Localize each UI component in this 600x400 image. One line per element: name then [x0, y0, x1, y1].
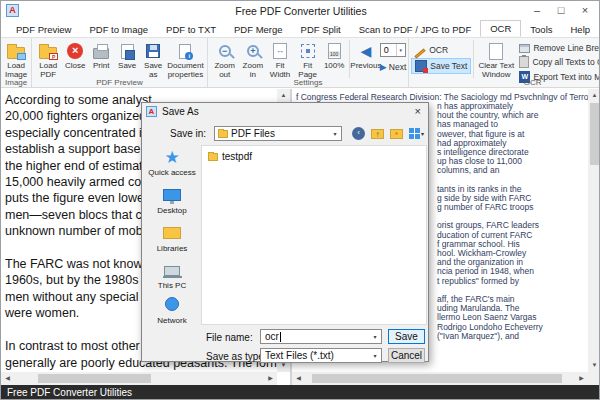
tab-pdf-preview[interactable]: PDF Preview [7, 22, 80, 37]
title-bar: A Free PDF Converter Utilities – □ × [1, 1, 600, 21]
sidebar-item-network[interactable]: Network [145, 297, 199, 325]
right-horizontal-scrollbar[interactable]: ◀ ▶ [292, 372, 588, 385]
file-name-label: File name: [206, 332, 253, 343]
zoom-in-button[interactable]: + Zoom in [240, 40, 266, 80]
load-image-button[interactable]: Load Image [3, 40, 29, 80]
ocr-button[interactable]: OCR [411, 43, 471, 56]
ribbon-tab-bar: PDF Preview PDF to Image PDF to TXT PDF … [7, 21, 600, 37]
status-bar: Free PDF Converter Utilities [1, 385, 600, 400]
tab-pdf-to-image[interactable]: PDF to Image [80, 22, 157, 37]
close-icon[interactable]: × [573, 1, 597, 21]
view-menu-icon [409, 128, 420, 139]
cancel-button[interactable]: Cancel [388, 348, 425, 363]
save-button[interactable]: Save [388, 329, 425, 344]
dialog-title: Save As [162, 106, 199, 117]
chevron-down-icon: ▾ [421, 130, 424, 137]
tab-tools[interactable]: Tools [521, 22, 561, 37]
save-as-type-label: Save as type: [206, 351, 267, 362]
document-properties-icon [179, 44, 191, 59]
ribbon-group-ocr: OCR Save Text Clear Text Window Remove L… [409, 38, 600, 87]
save-as-type-combo[interactable]: Text Files (*.txt) ▾ [260, 348, 382, 363]
new-folder-icon[interactable]: * [390, 129, 403, 139]
save-in-combo[interactable]: PDF Files ▾ [214, 126, 342, 141]
tab-help[interactable]: Help [562, 22, 600, 37]
this-pc-icon [164, 266, 180, 276]
up-one-level-icon[interactable]: ↑ [371, 129, 384, 139]
file-list[interactable]: testpdf [201, 145, 427, 325]
left-horizontal-scrollbar[interactable]: ◀ ▶ [1, 372, 277, 385]
clear-text-icon [489, 43, 503, 60]
scroll-right-icon[interactable]: ▶ [575, 372, 588, 385]
save-in-label: Save in: [170, 128, 206, 139]
save-icon [121, 44, 134, 59]
file-name-input[interactable]: ocr ▾ [260, 329, 382, 344]
chevron-down-icon[interactable]: ▾ [369, 333, 381, 340]
dialog-close-icon[interactable]: × [415, 105, 421, 117]
chevron-down-icon[interactable]: ▾ [329, 130, 341, 137]
ribbon: Load Image Image P Load PDF × Close Prin… [1, 37, 600, 88]
clear-text-window-button[interactable]: Clear Text Window [476, 40, 516, 80]
scroll-left-icon[interactable]: ◀ [1, 372, 14, 385]
scroll-down-icon[interactable]: ▼ [588, 359, 600, 372]
tab-pdf-to-txt[interactable]: PDF to TXT [157, 22, 225, 37]
remove-line-breaks-button[interactable]: Remove Line Breaks [516, 42, 600, 54]
zoom-100-button[interactable]: 100% [321, 40, 347, 72]
sidebar-item-quick-access[interactable]: ★ Quick access [145, 149, 199, 177]
fit-width-icon: ↔ [273, 43, 287, 59]
tab-pdf-split[interactable]: PDF Split [292, 22, 350, 37]
save-button[interactable]: Save [114, 40, 140, 72]
printer-icon [93, 48, 109, 59]
page-number-spinner[interactable]: 0 ▾ [380, 43, 406, 57]
load-image-icon [7, 47, 25, 59]
ocr-pen-icon [415, 48, 426, 58]
dialog-app-icon: A [146, 106, 157, 117]
ribbon-group-pdf-preview: P Load PDF × Close Print Save Save as [32, 38, 207, 87]
zoom-out-icon: − [219, 45, 231, 57]
scroll-left-icon[interactable]: ◀ [292, 372, 305, 385]
load-pdf-button[interactable]: P Load PDF [34, 40, 62, 80]
clipboard-icon [519, 56, 529, 68]
tab-scan-to-pdf[interactable]: Scan to PDF / JPG to PDF [350, 22, 480, 37]
spinner-dropdown-icon[interactable]: ▾ [396, 44, 405, 56]
view-menu-button[interactable]: ▾ [409, 128, 424, 139]
right-vertical-scrollbar[interactable]: ▲ ▼ [588, 89, 600, 372]
chevron-down-icon[interactable]: ▾ [369, 352, 381, 359]
tab-ocr[interactable]: OCR [480, 20, 521, 37]
maximize-icon[interactable]: □ [549, 1, 573, 21]
minimize-icon[interactable]: – [525, 1, 549, 21]
tab-pdf-merge[interactable]: PDF Merge [225, 22, 292, 37]
star-icon: ★ [164, 148, 179, 167]
save-as-dialog: A Save As × Save in: PDF Files ▾ ‹ ↑ * ▾ [141, 102, 429, 362]
save-as-icon [146, 44, 160, 58]
scroll-up-icon[interactable]: ▲ [277, 89, 290, 102]
sidebar-item-desktop[interactable]: Desktop [145, 187, 199, 215]
scroll-up-icon[interactable]: ▲ [588, 89, 600, 102]
save-as-button[interactable]: Save as [140, 40, 166, 80]
file-item-testpdf[interactable]: testpdf [208, 151, 420, 162]
fit-width-button[interactable]: ↔ Fit Width [266, 40, 294, 80]
previous-page-button[interactable]: ◀ Previous [352, 40, 380, 72]
save-text-button[interactable]: Save Text [411, 58, 471, 74]
zoom-in-icon: + [247, 45, 259, 57]
print-button[interactable]: Print [88, 40, 114, 72]
places-sidebar: ★ Quick access Desktop Libraries This PC [145, 145, 199, 325]
text-cursor [280, 332, 281, 342]
document-properties-button[interactable]: Document properties [166, 40, 205, 80]
zoom-out-button[interactable]: − Zoom out [210, 40, 240, 80]
ocr-text-line: g number of FARC troops [437, 203, 543, 212]
dialog-title-bar[interactable]: A Save As × [142, 103, 428, 121]
close-button[interactable]: × Close [62, 40, 88, 72]
back-icon[interactable]: ‹ [352, 127, 365, 140]
copy-all-texts-button[interactable]: Copy all Texts to Clipboard [516, 55, 600, 69]
next-page-button[interactable]: ▶ Next [380, 62, 406, 72]
ribbon-group-settings: − Zoom out + Zoom in ↔ Fit Width Fit Pag… [208, 38, 410, 87]
sidebar-item-this-pc[interactable]: This PC [145, 262, 199, 290]
window-title: Free PDF Converter Utilities [1, 5, 600, 17]
ocr-text-line: ("Ivan Marquez"), and [437, 332, 543, 341]
folder-icon [208, 153, 218, 161]
next-icon: ▶ [380, 62, 387, 72]
fit-page-button[interactable]: Fit Page [294, 40, 321, 80]
ocr-text-line: columns, and an [437, 166, 543, 175]
scroll-right-icon[interactable]: ▶ [264, 372, 277, 385]
sidebar-item-libraries[interactable]: Libraries [145, 225, 199, 253]
